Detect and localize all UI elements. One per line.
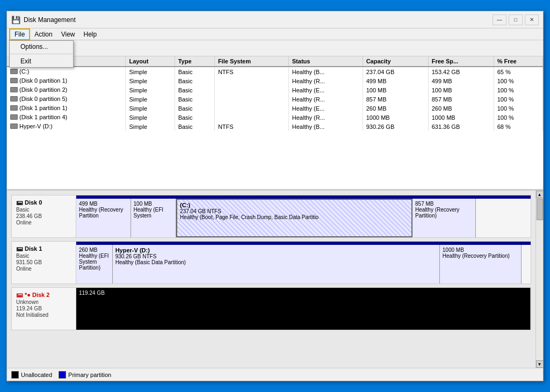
partition-2-0[interactable]: 119.24 GB Unallocated	[76, 288, 531, 330]
cell-capacity: 260 MB	[363, 104, 428, 113]
cell-pct: 68 %	[494, 122, 542, 131]
disk-size-1: 931.50 GB	[16, 259, 71, 265]
menu-options[interactable]: Options...	[10, 41, 73, 53]
cell-layout: Simple	[126, 76, 175, 85]
cell-volume: (Disk 0 partition 1)	[7, 76, 126, 85]
cell-free: 153.42 GB	[428, 67, 494, 76]
cell-layout: Simple	[126, 95, 175, 104]
col-freespace[interactable]: Free Sp...	[428, 56, 494, 67]
cell-volume: (C:)	[7, 67, 126, 76]
menu-file[interactable]: File	[9, 28, 30, 40]
disk-status-1: Online	[16, 266, 71, 272]
partition-0-2[interactable]: (C:) 237.04 GB NTFS Healthy (Boot, Page …	[176, 199, 412, 237]
disk-size-2: 119.24 GB	[16, 306, 71, 311]
cell-capacity: 499 MB	[363, 76, 428, 85]
cell-fs: NTFS	[214, 122, 288, 131]
cell-layout: Simple	[126, 67, 175, 76]
cell-status: Healthy (B...	[288, 67, 363, 76]
col-pctfree[interactable]: % Free	[494, 56, 542, 67]
col-status[interactable]: Status	[288, 56, 363, 67]
cell-layout: Simple	[126, 104, 175, 113]
col-capacity[interactable]: Capacity	[363, 56, 428, 67]
cell-status: Healthy (E...	[288, 104, 363, 113]
cell-pct: 100 %	[494, 95, 542, 104]
scroll-up[interactable]: ▲	[536, 191, 544, 198]
cell-free: 631.36 GB	[428, 122, 494, 131]
col-type[interactable]: Type	[175, 56, 214, 67]
partition-size: 499 MB	[79, 201, 128, 207]
cell-fs	[214, 104, 288, 113]
legend-primary-color	[59, 371, 66, 379]
partition-status: Healthy (Boot, Page File, Crash Dump, Ba…	[180, 214, 409, 220]
minimize-button[interactable]: —	[493, 14, 506, 25]
partition-size: 930.26 GB NTFS	[115, 253, 437, 259]
menu-help[interactable]: Help	[79, 28, 102, 40]
table-row[interactable]: Hyper-V (D:) Simple Basic NTFS Healthy (…	[7, 122, 543, 131]
partition-size: 260 MB	[79, 247, 110, 253]
disk-management-window: 💾 Disk Management — □ ✕ File Options... …	[6, 11, 544, 381]
cell-type: Basic	[175, 113, 214, 122]
toolbar: 🖥 🔄 📂 📋	[7, 40, 543, 56]
disk-type-0: Basic	[16, 207, 71, 213]
cell-status: Healthy (R...	[288, 76, 363, 85]
scroll-down[interactable]: ▼	[536, 360, 544, 368]
partition-1-2[interactable]: 1000 MB Healthy (Recovery Partition)	[440, 245, 522, 284]
partitions-row: 119.24 GB Unallocated	[76, 288, 531, 330]
disk-name-0: 🖴 Disk 0	[16, 199, 71, 206]
cell-fs	[214, 113, 288, 122]
partition-1-1[interactable]: Hyper-V (D:) 930.26 GB NTFS Healthy (Bas…	[113, 245, 440, 284]
table-row[interactable]: (Disk 1 partition 1) Simple Basic Health…	[7, 104, 543, 113]
cell-status: Healthy (R...	[288, 95, 363, 104]
scroll-thumb[interactable]	[537, 199, 543, 220]
menu-action[interactable]: Action	[30, 28, 56, 40]
cell-type: Basic	[175, 104, 214, 113]
cell-layout: Simple	[126, 85, 175, 95]
cell-type: Basic	[175, 85, 214, 95]
disk-visual-pane: 🖴 Disk 0 Basic 238.46 GB Online 499 MB H…	[7, 191, 535, 368]
table-row[interactable]: (C:) Simple Basic NTFS Healthy (B... 237…	[7, 67, 543, 76]
partition-1-0[interactable]: 260 MB Healthy (EFI System Partition)	[76, 245, 113, 284]
cell-capacity: 857 MB	[363, 95, 428, 104]
cell-layout: Simple	[126, 122, 175, 131]
cell-pct: 100 %	[494, 76, 542, 85]
disk-1: 🖴 Disk 1 Basic 931.50 GB Online 260 MB H…	[11, 241, 531, 284]
cell-free: 857 MB	[428, 95, 494, 104]
partition-size: 100 MB	[134, 201, 173, 207]
cell-type: Basic	[175, 95, 214, 104]
menu-exit[interactable]: Exit	[10, 55, 73, 67]
scrollbar[interactable]: ▲ ▼	[535, 191, 543, 368]
partition-status: Healthy (Recovery Partition	[79, 207, 128, 219]
maximize-button[interactable]: □	[509, 14, 523, 25]
table-row[interactable]: (Disk 1 partition 4) Simple Basic Health…	[7, 113, 543, 122]
table-row[interactable]: (Disk 0 partition 1) Simple Basic Health…	[7, 76, 543, 85]
partition-status: Healthy (Recovery Partition)	[443, 253, 518, 259]
partition-name: Hyper-V (D:)	[115, 247, 437, 253]
col-layout[interactable]: Layout	[126, 56, 175, 67]
disk-type-1: Basic	[16, 253, 71, 259]
cell-free: 100 MB	[428, 85, 494, 95]
partition-status: Healthy (EFI System Partition)	[79, 253, 110, 271]
scroll-track[interactable]	[536, 198, 544, 360]
partition-0-1[interactable]: 100 MB Healthy (EFI System	[131, 199, 177, 237]
partition-0-0[interactable]: 499 MB Healthy (Recovery Partition	[76, 199, 131, 237]
partition-status: Healthy (EFI System	[134, 207, 173, 219]
disk-label-2: 🖴 *● Disk 2 Unknown 119.24 GB Not Initia…	[12, 288, 76, 330]
cell-volume: (Disk 0 partition 2)	[7, 85, 126, 95]
title-bar: 💾 Disk Management — □ ✕	[7, 11, 543, 28]
legend: Unallocated Primary partition	[7, 368, 543, 381]
cell-volume: (Disk 0 partition 5)	[7, 95, 126, 104]
disk-name-2: 🖴 *● Disk 2	[16, 291, 71, 299]
cell-pct: 100 %	[494, 113, 542, 122]
cell-type: Basic	[175, 122, 214, 131]
partition-0-3[interactable]: 857 MB Healthy (Recovery Partition)	[412, 199, 476, 237]
volume-table-pane[interactable]: Volume Layout Type File System Status Ca…	[7, 56, 543, 191]
table-row[interactable]: (Disk 0 partition 5) Simple Basic Health…	[7, 95, 543, 104]
table-row[interactable]: (Disk 0 partition 2) Simple Basic Health…	[7, 85, 543, 95]
partitions-container: 119.24 GB Unallocated	[76, 288, 531, 330]
close-button[interactable]: ✕	[525, 14, 539, 25]
partitions-row: 499 MB Healthy (Recovery Partition 100 M…	[76, 199, 531, 237]
menu-view[interactable]: View	[57, 28, 79, 40]
col-filesystem[interactable]: File System	[214, 56, 288, 67]
cell-volume: (Disk 1 partition 1)	[7, 104, 126, 113]
window-icon: 💾	[11, 16, 20, 24]
